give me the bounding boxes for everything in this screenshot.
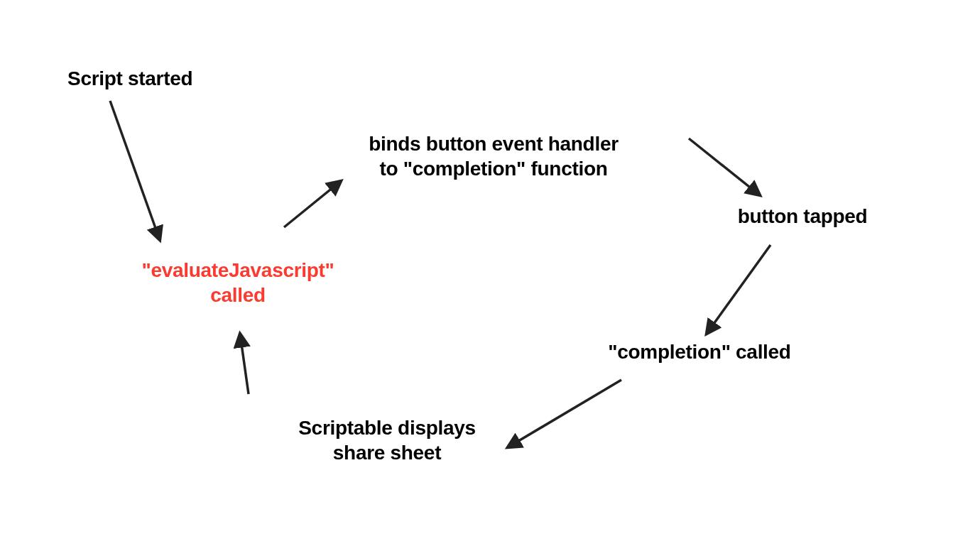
node-button-tapped: button tapped	[717, 204, 888, 229]
node-completion-called: "completion" called	[593, 339, 806, 364]
node-binds-handler: binds button event handler to "completio…	[362, 131, 625, 181]
arrow-start-to-evaluate	[110, 101, 160, 240]
node-script-started: Script started	[67, 66, 252, 91]
arrow-sharesheet-to-evaluate	[240, 334, 249, 394]
arrow-binds-to-tapped	[689, 138, 760, 195]
arrow-completion-to-sharesheet	[508, 380, 621, 447]
arrow-evaluate-to-binds	[284, 181, 341, 227]
node-evaluate-javascript: "evaluateJavascript" called	[128, 258, 348, 307]
diagram-stage: Script started "evaluateJavascript" call…	[0, 0, 980, 551]
arrow-tapped-to-completion	[707, 245, 771, 334]
node-share-sheet: Scriptable displays share sheet	[291, 415, 483, 465]
